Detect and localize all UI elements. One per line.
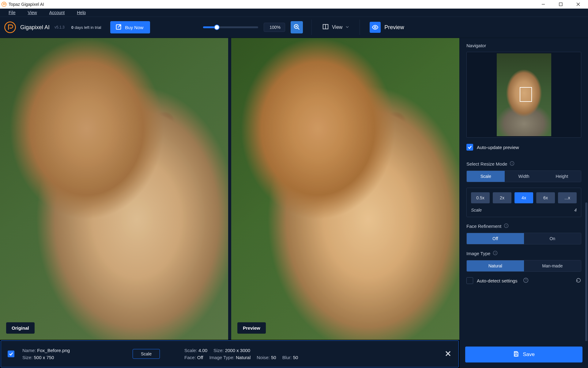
out-blur: Blur: 50 [282, 355, 298, 360]
menu-bar: File View Account Help [0, 9, 588, 17]
original-image [0, 38, 228, 340]
type-manmade[interactable]: Man-made [524, 260, 581, 271]
remove-file-button[interactable] [444, 350, 452, 358]
help-icon[interactable]: ? [493, 251, 498, 256]
help-icon[interactable]: ? [510, 161, 514, 167]
auto-update-checkbox[interactable] [466, 144, 473, 151]
brand-version: v5.1.3 [55, 25, 65, 29]
svg-point-5 [5, 22, 16, 33]
original-pane[interactable]: Original [0, 38, 231, 340]
original-tag: Original [6, 322, 35, 334]
view-mode-dropdown[interactable]: View [320, 23, 351, 31]
navigator-viewport-rect[interactable] [520, 87, 532, 102]
file-footer: Name: Fox_Before.png Size: 500 x 750 Sca… [1, 340, 459, 367]
out-noise: Noise: 50 [257, 355, 276, 360]
navigator-box[interactable] [466, 52, 581, 138]
app-icon [1, 2, 7, 7]
side-panel: Navigator Auto-update preview Select Res… [459, 38, 588, 368]
preview-tag: Preview [237, 322, 266, 334]
close-button[interactable] [569, 0, 587, 9]
scale-6x[interactable]: 6x [536, 192, 555, 203]
menu-file[interactable]: File [2, 9, 22, 16]
brand-name: Gigapixel AI [20, 24, 50, 31]
menu-view[interactable]: View [22, 9, 43, 16]
out-size: Size: 2000 x 3000 [213, 348, 250, 353]
svg-text:?: ? [525, 278, 527, 282]
file-size-row: Size: 500 x 750 [22, 355, 114, 360]
window-title: Topaz Gigapixel AI [9, 2, 44, 7]
svg-line-8 [298, 28, 300, 29]
file-name-row: Name: Fox_Before.png [22, 348, 114, 353]
navigator-heading: Navigator [466, 43, 581, 48]
face-on[interactable]: On [524, 233, 581, 244]
preview-label: Preview [384, 24, 404, 31]
image-type-segment: Natural Man-made [466, 260, 581, 272]
out-type: Image Type: Natural [209, 355, 251, 360]
preview-button[interactable]: Preview [368, 22, 405, 33]
preview-pane[interactable]: Preview [231, 38, 459, 340]
eye-icon [370, 22, 381, 33]
save-label: Save [523, 351, 535, 358]
help-icon[interactable]: ? [504, 223, 509, 229]
maximize-button[interactable] [552, 0, 569, 9]
file-checkbox[interactable] [8, 351, 14, 357]
view-label: View [332, 25, 342, 30]
svg-point-13 [375, 26, 376, 28]
type-natural[interactable]: Natural [467, 260, 524, 271]
face-off[interactable]: Off [467, 233, 524, 244]
refresh-icon[interactable] [576, 278, 581, 284]
separator [360, 20, 360, 35]
scale-0.5x[interactable]: 0.5x [471, 192, 490, 203]
image-type-heading: Image Type ? [466, 251, 581, 256]
save-icon [513, 351, 519, 358]
chevron-down-icon [345, 25, 349, 30]
save-button[interactable]: Save [465, 347, 582, 362]
svg-text:?: ? [495, 252, 496, 255]
scale-values-box: 0.5x 2x 4x 6x ...x Scale4 [466, 188, 581, 217]
help-icon[interactable]: ? [523, 278, 529, 284]
auto-detect-label: Auto-detect settings [477, 278, 518, 283]
out-face: Face: Off [184, 355, 203, 360]
scrollbar-thumb[interactable] [585, 202, 587, 362]
svg-rect-2 [559, 3, 562, 6]
external-link-icon [115, 24, 122, 31]
zoom-value[interactable]: 100% [264, 23, 285, 32]
auto-update-label: Auto-update preview [477, 145, 519, 150]
separator [311, 20, 312, 35]
window-titlebar: Topaz Gigapixel AI [0, 0, 588, 9]
brand-logo-icon [4, 21, 17, 34]
navigator-thumbnail [497, 53, 551, 136]
magnifier-plus-icon [293, 24, 300, 31]
scale-custom[interactable]: ...x [558, 192, 577, 203]
mode-scale[interactable]: Scale [467, 171, 505, 182]
svg-text:?: ? [511, 162, 513, 165]
menu-account[interactable]: Account [43, 9, 71, 16]
resize-mode-segment: Scale Width Height [466, 171, 581, 182]
face-refinement-heading: Face Refinement ? [466, 223, 581, 229]
scale-readout: Scale4 [471, 208, 577, 213]
scale-mode-button[interactable]: Scale [133, 349, 160, 359]
zoom-slider[interactable] [203, 26, 258, 28]
resize-mode-heading: Select Resize Mode ? [466, 161, 581, 167]
buy-now-button[interactable]: Buy Now [110, 21, 150, 33]
minimize-button[interactable] [534, 0, 552, 9]
out-scale: Scale: 4.00 [184, 348, 207, 353]
svg-point-0 [2, 2, 6, 7]
auto-detect-checkbox[interactable] [466, 277, 473, 284]
face-refinement-segment: Off On [466, 233, 581, 244]
scale-2x[interactable]: 2x [493, 192, 511, 203]
trial-status: 0 days left in trial [71, 25, 101, 30]
split-view-icon [322, 23, 329, 31]
mode-width[interactable]: Width [505, 171, 543, 182]
menu-help[interactable]: Help [71, 9, 92, 16]
header-toolbar: Gigapixel AI v5.1.3 0 days left in trial… [0, 17, 588, 38]
image-viewer: Original Preview Name: Fox_Before.png Si… [0, 38, 459, 368]
mode-height[interactable]: Height [543, 171, 581, 182]
scale-4x[interactable]: 4x [514, 192, 533, 203]
auto-update-row[interactable]: Auto-update preview [460, 139, 588, 156]
zoom-in-button[interactable] [291, 21, 303, 33]
preview-image [231, 38, 459, 340]
svg-rect-25 [515, 354, 517, 356]
svg-rect-24 [515, 351, 517, 353]
svg-text:?: ? [506, 224, 507, 228]
